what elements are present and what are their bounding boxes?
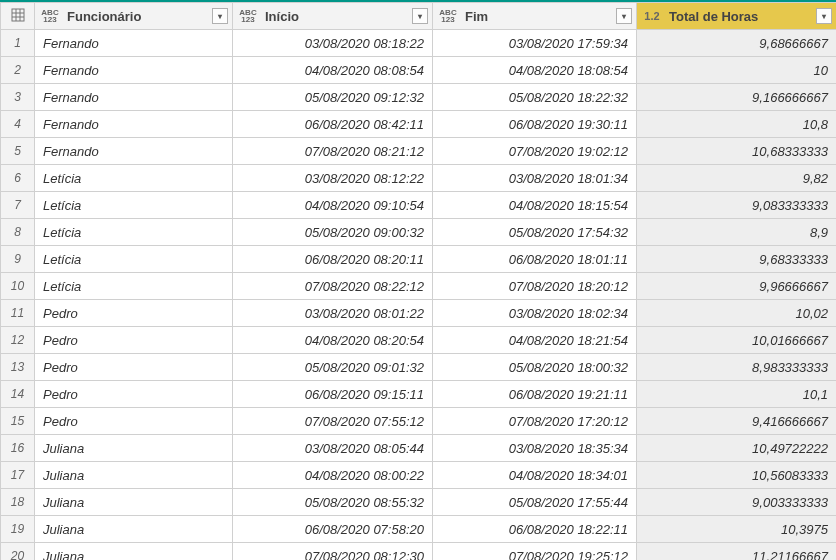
filter-dropdown-button[interactable]: ▾ <box>616 8 632 24</box>
cell-total[interactable]: 11,21166667 <box>637 543 837 561</box>
cell-total[interactable]: 9,003333333 <box>637 489 837 516</box>
row-number[interactable]: 13 <box>1 354 35 381</box>
cell-total[interactable]: 8,983333333 <box>637 354 837 381</box>
row-number[interactable]: 7 <box>1 192 35 219</box>
cell-funcionario[interactable]: Fernando <box>35 30 233 57</box>
row-number[interactable]: 10 <box>1 273 35 300</box>
cell-fim[interactable]: 07/08/2020 18:20:12 <box>433 273 637 300</box>
table-row[interactable]: 11Pedro03/08/2020 08:01:2203/08/2020 18:… <box>1 300 837 327</box>
cell-total[interactable]: 10,01666667 <box>637 327 837 354</box>
column-header-funcionario[interactable]: ABC123 Funcionário ▾ <box>35 3 233 30</box>
cell-inicio[interactable]: 03/08/2020 08:12:22 <box>233 165 433 192</box>
cell-total[interactable]: 9,82 <box>637 165 837 192</box>
row-number[interactable]: 16 <box>1 435 35 462</box>
cell-fim[interactable]: 07/08/2020 19:02:12 <box>433 138 637 165</box>
row-number[interactable]: 18 <box>1 489 35 516</box>
cell-fim[interactable]: 03/08/2020 18:35:34 <box>433 435 637 462</box>
table-row[interactable]: 2Fernando04/08/2020 08:08:5404/08/2020 1… <box>1 57 837 84</box>
cell-inicio[interactable]: 04/08/2020 08:20:54 <box>233 327 433 354</box>
row-number[interactable]: 3 <box>1 84 35 111</box>
row-number[interactable]: 20 <box>1 543 35 561</box>
cell-funcionario[interactable]: Juliana <box>35 516 233 543</box>
cell-inicio[interactable]: 06/08/2020 08:42:11 <box>233 111 433 138</box>
cell-funcionario[interactable]: Juliana <box>35 489 233 516</box>
cell-inicio[interactable]: 07/08/2020 08:22:12 <box>233 273 433 300</box>
cell-funcionario[interactable]: Juliana <box>35 435 233 462</box>
cell-funcionario[interactable]: Letícia <box>35 219 233 246</box>
cell-funcionario[interactable]: Pedro <box>35 327 233 354</box>
cell-inicio[interactable]: 05/08/2020 08:55:32 <box>233 489 433 516</box>
column-header-total[interactable]: 1.2 Total de Horas ▾ <box>637 3 837 30</box>
cell-total[interactable]: 10,56083333 <box>637 462 837 489</box>
cell-inicio[interactable]: 06/08/2020 08:20:11 <box>233 246 433 273</box>
cell-inicio[interactable]: 07/08/2020 08:21:12 <box>233 138 433 165</box>
cell-fim[interactable]: 05/08/2020 18:00:32 <box>433 354 637 381</box>
table-row[interactable]: 10Letícia07/08/2020 08:22:1207/08/2020 1… <box>1 273 837 300</box>
table-row[interactable]: 5Fernando07/08/2020 08:21:1207/08/2020 1… <box>1 138 837 165</box>
cell-fim[interactable]: 04/08/2020 18:34:01 <box>433 462 637 489</box>
filter-dropdown-button[interactable]: ▾ <box>816 8 832 24</box>
cell-fim[interactable]: 03/08/2020 18:02:34 <box>433 300 637 327</box>
cell-funcionario[interactable]: Letícia <box>35 165 233 192</box>
cell-funcionario[interactable]: Pedro <box>35 381 233 408</box>
cell-fim[interactable]: 03/08/2020 18:01:34 <box>433 165 637 192</box>
cell-total[interactable]: 9,96666667 <box>637 273 837 300</box>
cell-inicio[interactable]: 03/08/2020 08:01:22 <box>233 300 433 327</box>
table-row[interactable]: 3Fernando05/08/2020 09:12:3205/08/2020 1… <box>1 84 837 111</box>
table-row[interactable]: 1Fernando03/08/2020 08:18:2203/08/2020 1… <box>1 30 837 57</box>
cell-fim[interactable]: 06/08/2020 19:30:11 <box>433 111 637 138</box>
cell-total[interactable]: 10,8 <box>637 111 837 138</box>
cell-inicio[interactable]: 05/08/2020 09:12:32 <box>233 84 433 111</box>
cell-funcionario[interactable]: Fernando <box>35 57 233 84</box>
cell-funcionario[interactable]: Fernando <box>35 84 233 111</box>
cell-inicio[interactable]: 07/08/2020 07:55:12 <box>233 408 433 435</box>
cell-fim[interactable]: 04/08/2020 18:08:54 <box>433 57 637 84</box>
cell-inicio[interactable]: 07/08/2020 08:12:30 <box>233 543 433 561</box>
cell-inicio[interactable]: 03/08/2020 08:18:22 <box>233 30 433 57</box>
cell-inicio[interactable]: 04/08/2020 09:10:54 <box>233 192 433 219</box>
table-row[interactable]: 4Fernando06/08/2020 08:42:1106/08/2020 1… <box>1 111 837 138</box>
cell-total[interactable]: 10,3975 <box>637 516 837 543</box>
cell-fim[interactable]: 05/08/2020 17:55:44 <box>433 489 637 516</box>
row-number[interactable]: 4 <box>1 111 35 138</box>
cell-funcionario[interactable]: Pedro <box>35 300 233 327</box>
cell-fim[interactable]: 07/08/2020 19:25:12 <box>433 543 637 561</box>
filter-dropdown-button[interactable]: ▾ <box>412 8 428 24</box>
table-corner[interactable] <box>1 3 35 30</box>
cell-total[interactable]: 10 <box>637 57 837 84</box>
table-row[interactable]: 19Juliana06/08/2020 07:58:2006/08/2020 1… <box>1 516 837 543</box>
cell-total[interactable]: 9,166666667 <box>637 84 837 111</box>
cell-inicio[interactable]: 03/08/2020 08:05:44 <box>233 435 433 462</box>
row-number[interactable]: 8 <box>1 219 35 246</box>
cell-total[interactable]: 9,416666667 <box>637 408 837 435</box>
cell-total[interactable]: 10,49722222 <box>637 435 837 462</box>
table-row[interactable]: 15Pedro07/08/2020 07:55:1207/08/2020 17:… <box>1 408 837 435</box>
table-row[interactable]: 6Letícia03/08/2020 08:12:2203/08/2020 18… <box>1 165 837 192</box>
cell-funcionario[interactable]: Juliana <box>35 543 233 561</box>
cell-fim[interactable]: 04/08/2020 18:21:54 <box>433 327 637 354</box>
cell-funcionario[interactable]: Pedro <box>35 354 233 381</box>
cell-funcionario[interactable]: Juliana <box>35 462 233 489</box>
cell-fim[interactable]: 04/08/2020 18:15:54 <box>433 192 637 219</box>
row-number[interactable]: 12 <box>1 327 35 354</box>
cell-funcionario[interactable]: Letícia <box>35 192 233 219</box>
cell-funcionario[interactable]: Letícia <box>35 273 233 300</box>
table-row[interactable]: 18Juliana05/08/2020 08:55:3205/08/2020 1… <box>1 489 837 516</box>
cell-inicio[interactable]: 04/08/2020 08:00:22 <box>233 462 433 489</box>
cell-inicio[interactable]: 05/08/2020 09:01:32 <box>233 354 433 381</box>
cell-inicio[interactable]: 04/08/2020 08:08:54 <box>233 57 433 84</box>
table-row[interactable]: 20Juliana07/08/2020 08:12:3007/08/2020 1… <box>1 543 837 561</box>
row-number[interactable]: 6 <box>1 165 35 192</box>
cell-funcionario[interactable]: Fernando <box>35 138 233 165</box>
row-number[interactable]: 2 <box>1 57 35 84</box>
row-number[interactable]: 11 <box>1 300 35 327</box>
cell-total[interactable]: 9,68333333 <box>637 246 837 273</box>
cell-fim[interactable]: 06/08/2020 19:21:11 <box>433 381 637 408</box>
row-number[interactable]: 9 <box>1 246 35 273</box>
cell-fim[interactable]: 06/08/2020 18:22:11 <box>433 516 637 543</box>
table-row[interactable]: 12Pedro04/08/2020 08:20:5404/08/2020 18:… <box>1 327 837 354</box>
row-number[interactable]: 5 <box>1 138 35 165</box>
table-row[interactable]: 17Juliana04/08/2020 08:00:2204/08/2020 1… <box>1 462 837 489</box>
table-row[interactable]: 16Juliana03/08/2020 08:05:4403/08/2020 1… <box>1 435 837 462</box>
row-number[interactable]: 1 <box>1 30 35 57</box>
